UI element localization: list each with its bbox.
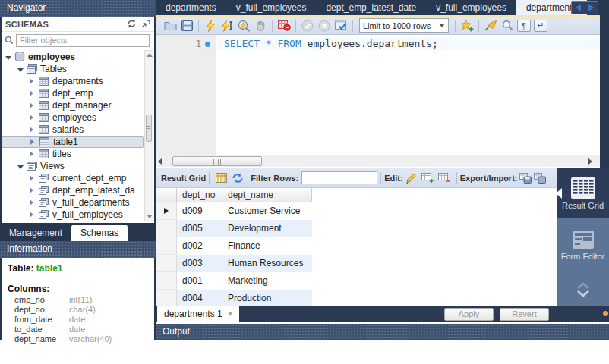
chevron-right-icon[interactable] — [30, 197, 39, 208]
find-button[interactable] — [499, 18, 516, 33]
chevron-right-icon[interactable] — [30, 173, 39, 184]
scrollbar-thumb[interactable] — [172, 156, 262, 166]
refresh-results-button[interactable] — [229, 171, 246, 186]
row-selector[interactable] — [156, 202, 177, 220]
side-panel-result-grid[interactable]: Result Grid — [557, 168, 609, 218]
tree-scrollbar[interactable] — [144, 50, 153, 221]
row-selector[interactable] — [156, 255, 177, 272]
rollback-button[interactable] — [316, 18, 333, 33]
sql-editor[interactable]: 1 SELECT * FROM employees.departments; — [156, 35, 600, 155]
tree-item-salaries[interactable]: salaries — [2, 124, 154, 136]
grid-columns-button[interactable] — [213, 171, 229, 186]
insert-row-button[interactable] — [420, 171, 437, 186]
filter-rows-input[interactable] — [301, 171, 377, 184]
filter-rows-label: Filter Rows: — [251, 174, 298, 183]
tab-schemas[interactable]: Schemas — [71, 225, 128, 241]
table-row[interactable]: d001 Marketing — [156, 272, 557, 290]
table-row[interactable]: d005 Development — [156, 220, 557, 237]
chevron-up-icon — [577, 282, 589, 289]
query-tab-departments[interactable]: departments — [156, 0, 226, 15]
scroll-left-icon[interactable] — [158, 158, 162, 165]
chevron-down-icon[interactable] — [17, 161, 27, 171]
scroll-up-icon[interactable] — [147, 53, 153, 57]
apply-button[interactable]: Apply — [444, 308, 494, 321]
chevron-right-icon[interactable] — [30, 136, 39, 147]
table-row[interactable]: d003 Human Resources — [156, 255, 557, 272]
grid-corner-header[interactable] — [156, 188, 177, 202]
scrollbar-thumb[interactable] — [146, 115, 152, 142]
tab-management[interactable]: Management — [0, 225, 71, 241]
open-file-button[interactable] — [162, 18, 178, 33]
save-snippet-button[interactable] — [459, 18, 475, 33]
chevron-down-icon[interactable] — [5, 52, 14, 62]
query-tab-v-full-employees-2[interactable]: v_full_employees — [426, 0, 516, 15]
tree-item-views[interactable]: Views — [2, 160, 154, 172]
row-selector[interactable] — [156, 272, 177, 290]
chevron-down-icon[interactable] — [17, 64, 27, 74]
table-row[interactable]: d004 Production — [156, 290, 557, 307]
editor-horizontal-scrollbar[interactable] — [156, 155, 600, 167]
chevron-right-icon[interactable] — [30, 149, 39, 159]
delete-row-button[interactable] — [437, 171, 453, 186]
chevron-right-icon[interactable] — [30, 185, 39, 196]
autocommit-toggle[interactable] — [333, 18, 349, 33]
stop-on-error-toggle[interactable] — [276, 18, 292, 33]
chevron-right-icon[interactable] — [30, 209, 39, 220]
tree-item-departments[interactable]: departments — [2, 75, 154, 87]
row-selector[interactable] — [156, 220, 177, 237]
chevron-right-icon[interactable] — [30, 88, 39, 99]
chevron-right-icon[interactable] — [30, 112, 39, 123]
tab-scroll-left-icon[interactable] — [576, 4, 581, 11]
save-script-button[interactable] — [178, 18, 195, 33]
revert-button[interactable]: Revert — [500, 308, 549, 321]
tree-item-tables[interactable]: Tables — [2, 63, 154, 75]
tab-scroll-right-icon[interactable] — [588, 4, 594, 11]
row-selector[interactable] — [156, 290, 177, 307]
commit-button[interactable] — [299, 18, 316, 33]
refresh-schemas-icon[interactable] — [127, 17, 137, 31]
export-results-button[interactable] — [517, 171, 534, 186]
limit-rows-dropdown[interactable]: Limit to 1000 rows — [359, 18, 449, 33]
tree-item-v-full-employees[interactable]: v_full_employees — [2, 209, 154, 221]
tree-item-v-full-departments[interactable]: v_full_departments — [2, 196, 154, 209]
result-tab-departments-1[interactable]: departments 1× — [157, 306, 239, 322]
sql-code-line[interactable]: SELECT * FROM employees.departments; — [217, 38, 600, 50]
query-tab-v-full-employees[interactable]: v_full_employees — [226, 0, 317, 15]
tree-item-employees-table[interactable]: employees — [2, 111, 154, 124]
tree-item-dept-manager[interactable]: dept_manager — [2, 99, 154, 111]
query-tab-dept-emp-latest-date[interactable]: dept_emp_latest_date — [316, 0, 426, 15]
line-number: 1 — [196, 39, 201, 49]
tree-item-dept-emp[interactable]: dept_emp — [2, 87, 154, 99]
editor-area: departments v_full_employees dept_emp_la… — [156, 0, 609, 364]
scroll-right-icon[interactable] — [588, 158, 592, 165]
chevron-right-icon[interactable] — [30, 76, 39, 86]
schema-filter-input[interactable] — [16, 34, 150, 47]
close-icon[interactable]: × — [228, 309, 233, 319]
tree-item-schema-employees[interactable]: employees — [2, 51, 154, 63]
show-invisibles-toggle[interactable]: ¶ — [516, 18, 532, 33]
chevron-right-icon[interactable] — [30, 124, 39, 135]
panel-collapse-control[interactable] — [557, 273, 609, 306]
table-row[interactable]: d002 Finance — [156, 237, 557, 255]
table-row[interactable]: d009 Customer Service — [156, 202, 557, 220]
execute-statement-button[interactable] — [219, 18, 235, 33]
tree-item-dept-emp-latest-date[interactable]: dept_emp_latest_da — [2, 184, 154, 196]
execute-query-button[interactable] — [202, 18, 219, 33]
explain-plan-button[interactable] — [235, 18, 252, 33]
import-records-button[interactable] — [534, 171, 551, 186]
edit-record-button[interactable] — [403, 171, 420, 186]
collapse-panel-icon[interactable] — [141, 17, 150, 31]
tree-item-table1[interactable]: table1 — [2, 136, 144, 148]
scroll-down-icon[interactable] — [147, 215, 153, 218]
tree-item-current-dept-emp[interactable]: current_dept_emp — [2, 172, 154, 184]
stop-query-button[interactable] — [252, 18, 269, 33]
info-table-name: table1 — [36, 263, 63, 274]
wrap-text-toggle[interactable]: ↵ — [532, 18, 549, 33]
tree-item-titles[interactable]: titles — [2, 148, 154, 160]
chevron-right-icon[interactable] — [30, 100, 39, 111]
grid-col-dept-name[interactable]: dept_name — [222, 188, 312, 202]
grid-col-dept-no[interactable]: dept_no — [177, 188, 222, 202]
beautify-script-button[interactable] — [482, 18, 499, 33]
row-selector[interactable] — [156, 237, 177, 255]
side-panel-form-editor[interactable]: Form Editor — [557, 218, 609, 273]
